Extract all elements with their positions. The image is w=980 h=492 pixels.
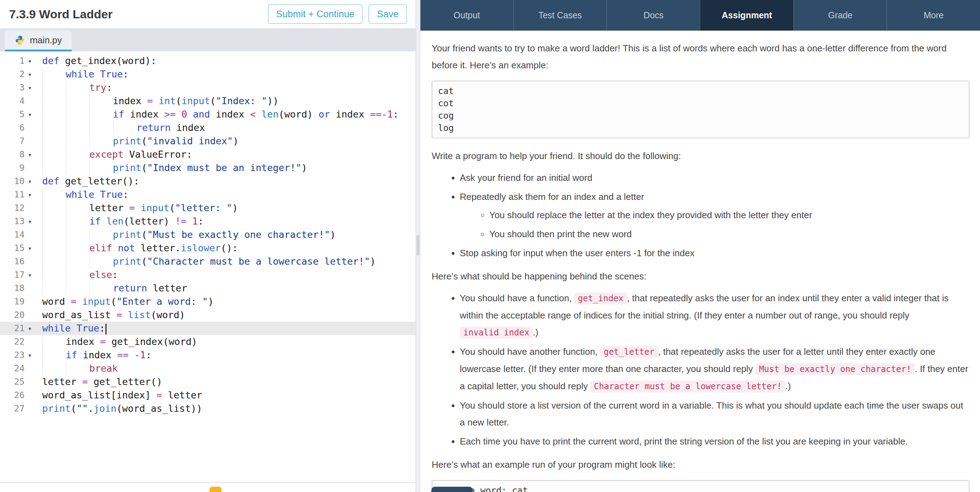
code-line[interactable]: 25letter = get_letter() <box>0 375 415 388</box>
code-text: index = int(input("Index: ")) <box>37 94 415 108</box>
gutter-cell: 10▾ <box>0 174 37 188</box>
fold-caret[interactable]: ▾ <box>25 81 35 94</box>
code-line[interactable]: 19word = input("Enter a word: ") <box>0 295 415 308</box>
code-line[interactable]: 1▾def get_index(word): <box>0 54 415 67</box>
paragraph: Here’s what should be happening behind t… <box>432 268 969 285</box>
gutter-cell: 9 <box>0 161 37 174</box>
fold-caret[interactable]: ▾ <box>25 188 35 201</box>
list-item: Ask your friend for an initial word <box>460 169 969 186</box>
indent-guide <box>89 161 113 174</box>
code-sample-line: cot <box>438 97 963 109</box>
code-line[interactable]: 10▾def get_letter(): <box>0 174 415 188</box>
code-line[interactable]: 8▾except ValueError: <box>0 148 415 161</box>
fold-caret[interactable]: ▾ <box>25 322 35 335</box>
code-line[interactable]: 20word_as_list = list(word) <box>0 308 415 322</box>
fold-caret[interactable]: ▾ <box>25 67 35 81</box>
code-line[interactable]: 6return index <box>0 121 415 134</box>
indent-guide <box>42 161 66 174</box>
line-number: 3 <box>19 81 25 94</box>
indent-guide <box>66 81 89 94</box>
code-text: else: <box>37 268 415 281</box>
panel-resize-divider[interactable] <box>415 0 420 492</box>
tab-grade[interactable]: Grade <box>793 0 887 30</box>
line-number: 24 <box>14 362 25 375</box>
fold-caret[interactable]: ▾ <box>25 174 35 188</box>
tab-assignment[interactable]: Assignment <box>700 0 793 30</box>
code-text: print("Index must be an integer!") <box>37 161 415 174</box>
line-number: 9 <box>19 161 25 174</box>
list-item: Stop asking for input when the user ente… <box>460 244 969 262</box>
code-line[interactable]: 11▾while True: <box>0 188 415 201</box>
fold-caret[interactable]: ▾ <box>25 108 35 121</box>
tab-output[interactable]: Output <box>420 0 513 30</box>
tab-test-cases[interactable]: Test Cases <box>513 0 607 30</box>
code-text: print("invalid index") <box>37 134 415 148</box>
code-text: def get_letter(): <box>37 174 415 188</box>
code-line[interactable]: 14print("Must be exactly one character!"… <box>0 228 415 241</box>
code-text: while True: <box>37 188 415 201</box>
code-line[interactable]: 3▾try: <box>0 81 415 94</box>
indent-guide <box>89 281 113 295</box>
fold-caret[interactable]: ▾ <box>25 241 35 255</box>
indent-guide <box>66 241 89 255</box>
code-line[interactable]: 22index = get_index(word) <box>0 335 415 348</box>
gutter-cell: 17▾ <box>0 268 37 281</box>
code-text: break <box>37 362 415 375</box>
sub-list-item: You should replace the letter at the ind… <box>489 206 969 224</box>
fold-caret[interactable]: ▾ <box>25 268 35 281</box>
code-line[interactable]: 23▾if index == -1: <box>0 348 415 362</box>
line-number: 20 <box>14 308 25 322</box>
code-line[interactable]: 2▾while True: <box>0 67 415 81</box>
line-number: 17 <box>14 268 25 281</box>
line-number: 5 <box>19 108 25 121</box>
tab-main-py[interactable]: main.py <box>5 30 72 51</box>
code-line[interactable]: 4index = int(input("Index: ")) <box>0 94 415 108</box>
code-line[interactable]: 17▾else: <box>0 268 415 281</box>
indent-guide <box>66 215 89 228</box>
gutter-cell: 2▾ <box>0 67 37 81</box>
indent-guide <box>42 94 66 108</box>
resize-grabber-icon[interactable] <box>417 235 419 256</box>
indent-guide <box>66 94 89 108</box>
code-text: print("Character must be a lowercase let… <box>37 255 415 268</box>
indent-guide <box>89 94 113 108</box>
indent-guide <box>89 108 113 121</box>
tab-docs[interactable]: Docs <box>606 0 700 30</box>
page-title: 7.3.9 Word Ladder <box>9 7 113 21</box>
indent-guide <box>113 121 136 134</box>
bullet-list: Ask your friend for an initial wordRepea… <box>432 169 969 262</box>
code-line[interactable]: 5▾if index >= 0 and index < len(word) or… <box>0 108 415 121</box>
code-editor[interactable]: 1▾def get_index(word):2▾while True:3▾try… <box>0 51 415 482</box>
code-line[interactable]: 15▾elif not letter.islower(): <box>0 241 415 255</box>
code-line[interactable]: 9print("Index must be an integer!") <box>0 161 415 174</box>
list-item: You should store a list version of the c… <box>460 397 969 431</box>
fold-caret[interactable]: ▾ <box>25 54 35 67</box>
code-line[interactable]: 27print("".join(word_as_list)) <box>0 402 415 415</box>
inline-code: Character must be a lowercase letter! <box>590 380 785 392</box>
fold-caret[interactable]: ▾ <box>25 215 35 228</box>
indent-guide <box>42 281 66 295</box>
gutter-cell: 20 <box>0 308 37 322</box>
indent-guide <box>42 108 66 121</box>
code-line[interactable]: 12letter = input("letter: ") <box>0 201 415 215</box>
fold-caret[interactable]: ▾ <box>25 148 35 161</box>
code-text: word_as_list[index] = letter <box>37 388 415 402</box>
tab-more[interactable]: More <box>886 0 980 30</box>
assignment-panel: OutputTest CasesDocsAssignmentGradeMore … <box>420 0 980 492</box>
code-line[interactable]: 24break <box>0 362 415 375</box>
fold-caret[interactable]: ▾ <box>25 348 35 362</box>
submit-continue-button[interactable]: Submit + Continue <box>268 4 363 24</box>
save-button[interactable]: Save <box>368 4 407 24</box>
gutter-cell: 1▾ <box>0 54 37 67</box>
gutter-cell: 11▾ <box>0 188 37 201</box>
code-line[interactable]: 13▾if len(letter) != 1: <box>0 215 415 228</box>
code-sample-line: Enter a word: cat <box>438 484 963 492</box>
code-line[interactable]: 16print("Character must be a lowercase l… <box>0 255 415 268</box>
code-line[interactable]: 21▾while True: <box>0 322 415 335</box>
line-number: 23 <box>14 348 25 362</box>
line-number: 1 <box>19 54 25 67</box>
code-line[interactable]: 7print("invalid index") <box>0 134 415 148</box>
code-line[interactable]: 26word_as_list[index] = letter <box>0 388 415 402</box>
code-line[interactable]: 18return letter <box>0 281 415 295</box>
line-number: 21 <box>14 322 25 335</box>
